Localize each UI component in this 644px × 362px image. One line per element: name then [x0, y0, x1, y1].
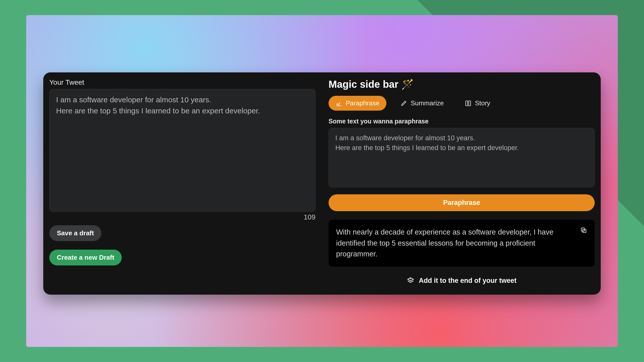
paraphrase-button[interactable]: Paraphrase	[329, 194, 595, 211]
tab-paraphrase[interactable]: Paraphrase	[329, 96, 386, 111]
sidebar-title: Magic side bar 🪄	[329, 78, 595, 90]
create-draft-button[interactable]: Create a new Draft	[49, 250, 122, 265]
tab-story-label: Story	[475, 99, 490, 107]
add-to-tweet-label: Add it to the end of your tweet	[419, 277, 516, 285]
tab-summarize-label: Summarize	[411, 99, 444, 107]
copy-icon	[580, 227, 587, 234]
save-draft-button[interactable]: Save a draft	[49, 225, 101, 241]
paraphrase-input-label: Some text you wanna paraphrase	[329, 118, 595, 125]
tab-paraphrase-label: Paraphrase	[346, 99, 379, 107]
tweet-panel: Your Tweet 109 Save a draft Create a new…	[49, 78, 315, 289]
stack-add-icon	[407, 277, 414, 284]
tab-summarize[interactable]: Summarize	[393, 96, 451, 111]
add-to-tweet-button[interactable]: Add it to the end of your tweet	[329, 273, 595, 289]
char-count: 109	[49, 213, 315, 221]
result-card: With nearly a decade of experience as a …	[329, 220, 595, 267]
tweet-section-label: Your Tweet	[49, 78, 315, 86]
app-card: Your Tweet 109 Save a draft Create a new…	[43, 72, 601, 295]
gradient-frame: Your Tweet 109 Save a draft Create a new…	[26, 15, 618, 347]
signature-icon	[336, 100, 342, 107]
magic-sidebar: Magic side bar 🪄 Paraphrase Summarize St…	[329, 78, 595, 289]
result-text: With nearly a decade of experience as a …	[336, 227, 573, 260]
paraphrase-input[interactable]	[329, 128, 595, 187]
book-icon	[465, 100, 471, 107]
copy-button[interactable]	[580, 227, 587, 260]
tweet-textarea[interactable]	[49, 89, 315, 212]
tab-row: Paraphrase Summarize Story	[329, 96, 595, 111]
tab-story[interactable]: Story	[458, 96, 497, 111]
pencil-icon	[400, 100, 407, 107]
